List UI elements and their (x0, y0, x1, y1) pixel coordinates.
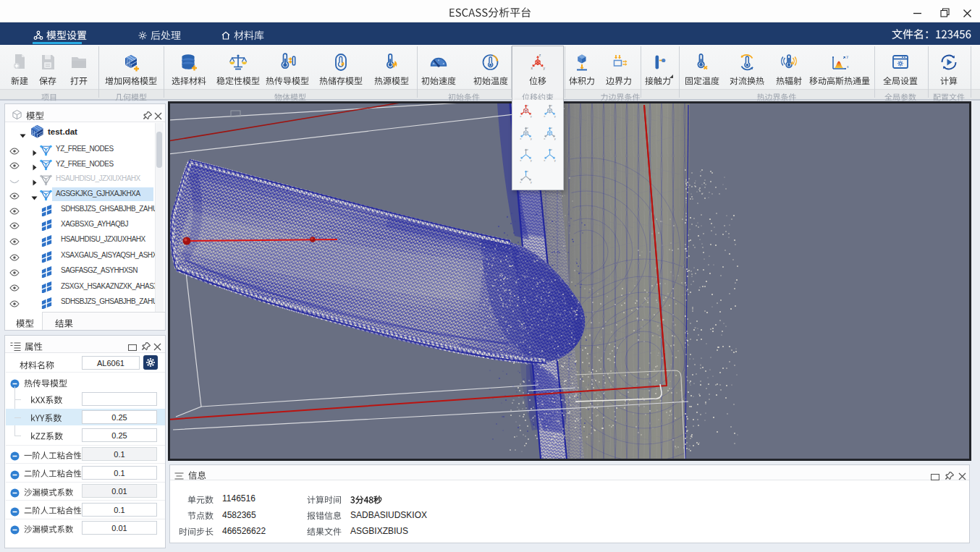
svg-text:x: x (520, 114, 522, 118)
svg-text:y: y (554, 114, 557, 118)
svg-text:x: x (520, 158, 522, 162)
svg-text:y: y (531, 158, 533, 162)
svg-text:y: y (544, 66, 546, 70)
svg-text:z: z (551, 103, 552, 107)
svg-text:z: z (527, 126, 528, 129)
svg-text:x: x (847, 64, 849, 69)
svg-text:x: x (520, 180, 522, 184)
svg-text:x: x (544, 137, 546, 140)
svg-text:z: z (551, 148, 552, 151)
svg-text:z: z (527, 148, 528, 151)
svg-text:z: z (551, 126, 552, 129)
svg-text:y: y (554, 137, 557, 140)
svg-text:x: x (544, 158, 546, 162)
svg-text:z: z (539, 53, 541, 57)
svg-text:y: y (531, 180, 533, 184)
svg-text:z: z (527, 169, 528, 173)
svg-text:z: z (527, 103, 528, 107)
svg-text:y: y (531, 137, 533, 140)
svg-text:y: y (847, 54, 849, 59)
svg-text:y: y (531, 114, 533, 118)
svg-text:x: x (544, 114, 546, 118)
svg-text:y: y (554, 158, 557, 162)
svg-text:x: x (520, 137, 522, 140)
